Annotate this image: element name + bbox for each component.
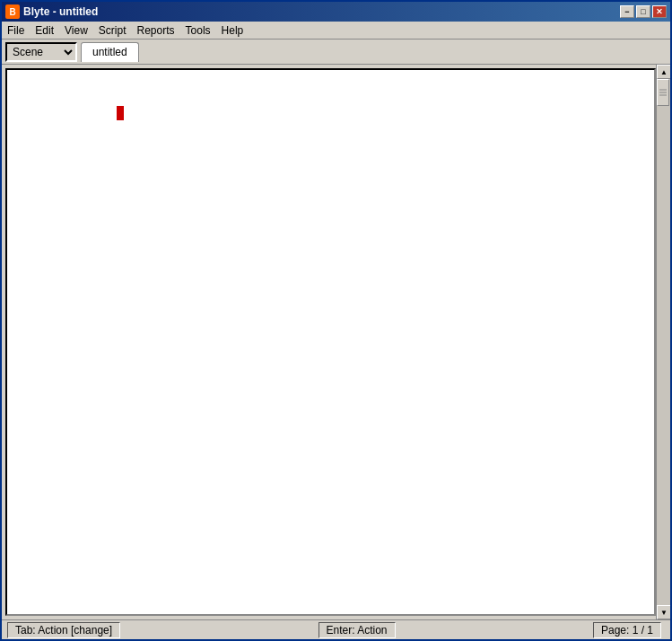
window-title: Blyte - untitled (23, 5, 98, 18)
scene-select[interactable]: Scene (5, 42, 77, 62)
status-page-info: Page: 1 / 1 (593, 622, 661, 638)
menu-bar: File Edit View Script Reports Tools Help (2, 22, 670, 40)
status-page-info-text: Page: 1 / 1 (601, 624, 653, 637)
title-bar: B Blyte - untitled − □ ✕ (2, 2, 670, 22)
status-tab-action-text: Tab: Action [change] (15, 624, 112, 637)
status-enter-action-text: Enter: Action (327, 624, 388, 637)
maximize-button[interactable]: □ (636, 5, 650, 18)
app-icon-letter: B (9, 7, 15, 17)
menu-reports[interactable]: Reports (132, 22, 180, 39)
menu-edit[interactable]: Edit (30, 22, 59, 39)
scroll-up-button[interactable]: ▲ (657, 65, 670, 79)
close-button[interactable]: ✕ (652, 5, 667, 18)
main-area: ▲ ▼ (2, 65, 670, 619)
gripper-line-2 (659, 92, 667, 93)
menu-tools[interactable]: Tools (180, 22, 216, 39)
scroll-up-icon: ▲ (660, 68, 668, 76)
toolbar: Scene untitled (2, 40, 670, 65)
status-tab-action: Tab: Action [change] (7, 622, 120, 638)
scene-dropdown[interactable]: Scene (5, 42, 77, 62)
window-controls: − □ ✕ (620, 5, 667, 18)
gripper-line-1 (659, 90, 667, 91)
main-window: B Blyte - untitled − □ ✕ File Edit View … (0, 0, 672, 641)
scroll-thumb[interactable] (657, 79, 669, 106)
scroll-down-button[interactable]: ▼ (657, 605, 670, 619)
status-enter-action: Enter: Action (319, 622, 396, 638)
menu-view[interactable]: View (59, 22, 93, 39)
menu-help[interactable]: Help (216, 22, 249, 39)
title-bar-left: B Blyte - untitled (5, 4, 98, 19)
minimize-button[interactable]: − (620, 5, 634, 18)
text-cursor (117, 106, 124, 120)
content-wrapper (2, 65, 656, 619)
menu-script[interactable]: Script (93, 22, 132, 39)
editor-area[interactable] (5, 68, 656, 616)
tab-bar: untitled (81, 42, 139, 62)
scroll-track[interactable] (657, 79, 670, 605)
tab-label: untitled (92, 46, 127, 58)
gripper-line-3 (659, 95, 667, 96)
app-icon: B (5, 4, 20, 19)
status-bar: Tab: Action [change] Enter: Action Page:… (2, 619, 670, 639)
scroll-down-icon: ▼ (660, 609, 668, 617)
scroll-gripper (659, 90, 667, 96)
scrollbar-vertical: ▲ ▼ (656, 65, 670, 619)
document-tab[interactable]: untitled (81, 42, 139, 62)
menu-file[interactable]: File (2, 22, 30, 39)
